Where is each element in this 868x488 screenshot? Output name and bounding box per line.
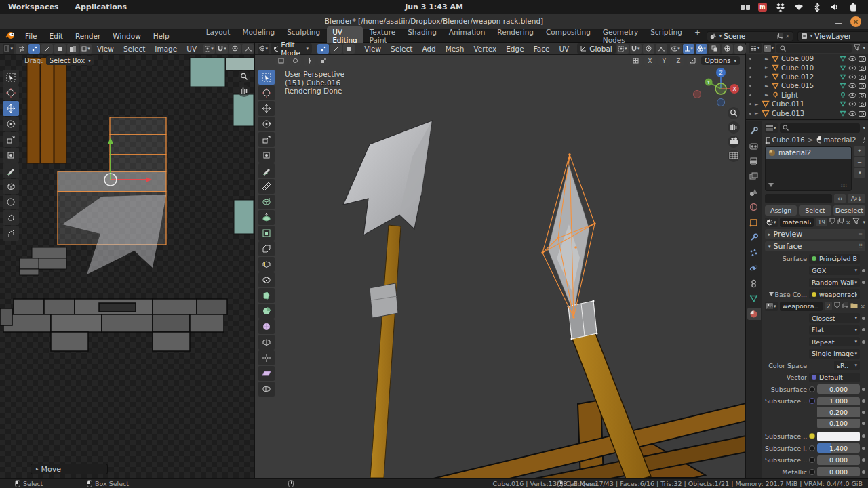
fake-user-shield-icon[interactable] [834, 302, 840, 310]
swap-arrows-icon[interactable]: ↔ [834, 194, 846, 203]
uv-select-vertex-icon[interactable] [28, 44, 40, 54]
outliner-row[interactable]: ► Cube.011 [746, 100, 868, 108]
wifi-icon[interactable] [793, 3, 804, 12]
bluetooth-icon[interactable] [812, 3, 822, 12]
tool-transform[interactable] [258, 148, 275, 163]
socket-icon[interactable] [809, 469, 815, 475]
xray-toggle-icon[interactable] [709, 44, 720, 54]
tool-spin[interactable] [258, 304, 275, 319]
outliner-row[interactable]: ► Cube.015 [746, 81, 868, 90]
expand-icon[interactable]: ► [765, 92, 770, 98]
material-users-count[interactable]: 19 [816, 218, 827, 226]
uv-proportional-edit-icon[interactable] [229, 44, 241, 54]
mode-selector[interactable]: Edit Mode ▾ [271, 43, 312, 54]
material-browse-icon[interactable]: ▾ [765, 218, 778, 227]
outliner-search[interactable] [776, 44, 852, 53]
tool-shrink-fatten[interactable] [258, 350, 275, 365]
menu-window[interactable]: Window [106, 32, 146, 40]
projection-dropdown[interactable]: Flat▾ [809, 325, 860, 335]
base-color-texture-button[interactable]: weaponrack.png [809, 289, 860, 299]
properties-editor-icon[interactable]: ▾ [765, 123, 778, 133]
outliner-row[interactable]: ► Light [746, 91, 868, 100]
subsurface-aniso-slider[interactable]: 0.000 [817, 455, 860, 465]
pin-icon[interactable] [862, 136, 865, 144]
image-users-count[interactable]: 2 [825, 302, 832, 310]
tool-add-cube[interactable] [258, 195, 275, 209]
material-name-field[interactable]: material2 [780, 218, 814, 227]
source-dropdown[interactable]: Single Image▾ [809, 349, 860, 359]
outliner-row[interactable]: ► Cube.009 [746, 54, 868, 63]
tool-rip-region[interactable] [258, 382, 275, 396]
radius-z-field[interactable]: 0.100 [817, 419, 860, 428]
radius-y-field[interactable]: 0.200 [817, 407, 860, 417]
uv-tool-move[interactable] [3, 101, 19, 116]
tab-world-icon[interactable] [747, 201, 761, 214]
uv-canvas[interactable]: Drag: Select Box ▾ ▸ Move [0, 55, 254, 478]
tool-rotate[interactable] [258, 117, 275, 131]
workspaces-menu[interactable]: Workspaces [0, 3, 66, 12]
tab-view-layer-icon[interactable] [747, 171, 761, 183]
drag-mode-dropdown[interactable]: Select Box ▾ [46, 56, 94, 65]
camera-visibility-icon[interactable] [859, 83, 866, 89]
unlink-scene-icon[interactable]: ✕ [785, 33, 790, 39]
tool-inset-faces[interactable] [258, 226, 275, 241]
uv-sync-selection-icon[interactable] [16, 44, 27, 54]
unlink-material-icon[interactable]: × [846, 219, 851, 226]
ts-parent-icon[interactable] [318, 56, 330, 66]
image-name-field[interactable]: weaponra.. [780, 302, 823, 311]
socket-icon[interactable] [809, 386, 815, 392]
outliner-display-mode-icon[interactable]: ▾ [749, 43, 762, 53]
object-name[interactable]: Cube.012 [781, 73, 814, 81]
add-slot-button[interactable]: ＋ [854, 146, 865, 156]
distribution-dropdown[interactable]: GGX▾ [809, 266, 860, 275]
vp-menu-mesh[interactable]: Mesh [441, 45, 469, 53]
fake-user-shield-icon[interactable] [829, 218, 835, 226]
subsurface-slider[interactable]: 0.000 [817, 384, 860, 394]
minimize-button[interactable]: — [835, 18, 842, 27]
scene-selector[interactable]: ▾ Scene ✕ [707, 31, 793, 41]
uv-sticky-select-icon[interactable]: ▾ [80, 44, 92, 54]
editor-type-icon[interactable]: ▾ [3, 44, 14, 54]
shading-solid-icon[interactable] [734, 44, 746, 54]
uv-tool-annotate[interactable] [3, 163, 19, 178]
sort-alpha-icon[interactable]: Az↓ [848, 194, 865, 203]
mirror-x-toggle[interactable]: X [644, 56, 656, 66]
blender-logo-icon[interactable] [5, 31, 15, 41]
select-button[interactable]: Select [799, 205, 831, 216]
eye-icon[interactable] [848, 65, 856, 71]
vp-menu-select[interactable]: Select [387, 45, 416, 53]
tab-material-icon[interactable] [747, 308, 761, 320]
properties-search[interactable] [780, 123, 861, 133]
expand-icon[interactable]: ► [765, 65, 770, 70]
expand-filled-icon[interactable] [769, 292, 774, 296]
tab-particles-icon[interactable] [747, 247, 761, 259]
metallic-slider[interactable]: 0.000 [817, 467, 860, 476]
uv-menu-image[interactable]: Image [151, 45, 181, 53]
slot-name-input[interactable] [765, 194, 832, 203]
unlink-image-icon[interactable]: × [860, 303, 865, 310]
new-scene-icon[interactable] [777, 33, 783, 39]
open-folder-icon[interactable] [850, 302, 858, 310]
keyboard-layout-icon[interactable] [740, 3, 750, 12]
camera-visibility-icon[interactable] [859, 92, 866, 98]
operator-panel-move[interactable]: ▸ Move [31, 464, 108, 474]
extension-dropdown[interactable]: Repeat▾ [809, 337, 860, 346]
vp-menu-edge[interactable]: Edge [502, 45, 528, 53]
uv-menu-view[interactable]: View [93, 45, 118, 53]
object-name[interactable]: Cube.011 [772, 100, 804, 108]
viewport-canvas[interactable]: Z Y X X [255, 55, 745, 478]
tool-select-box[interactable] [258, 70, 275, 85]
subsurface-ior-slider[interactable]: 1.400 [817, 443, 860, 453]
outliner-filter-mode-icon[interactable]: ▾ [763, 43, 776, 53]
assign-button[interactable]: Assign [765, 205, 797, 216]
object-name[interactable]: Cube.009 [781, 55, 814, 62]
subsurface-color-swatch[interactable] [817, 432, 860, 441]
uv-select-face-icon[interactable] [54, 44, 66, 54]
image-browse-icon[interactable]: ▾ [765, 302, 778, 311]
select-mode-face-icon[interactable] [343, 44, 355, 54]
tab-output-icon[interactable] [747, 155, 761, 167]
filter-funnel-icon[interactable] [853, 44, 861, 52]
tab-tool-icon[interactable] [747, 125, 761, 137]
slot-row-selected[interactable]: material2 [766, 147, 851, 159]
eye-icon[interactable] [848, 74, 856, 80]
